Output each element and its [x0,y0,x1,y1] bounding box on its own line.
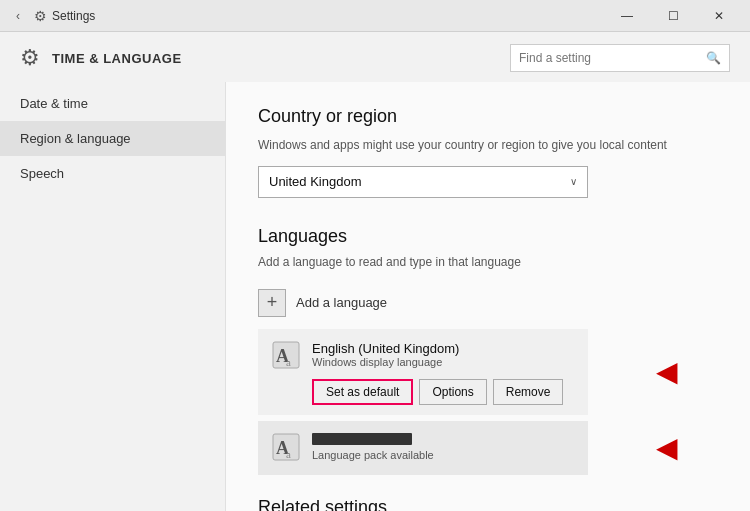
lang-item-top-english: A a English (United Kingdom) Windows dis… [270,339,576,371]
language-name-blurred [312,433,412,445]
search-icon: 🔍 [706,51,721,65]
red-arrow-icon-1: ◀ [656,358,678,386]
search-box[interactable]: 🔍 [510,44,730,72]
options-button[interactable]: Options [419,379,486,405]
sidebar-item-region-language[interactable]: Region & language [0,121,225,156]
language-info-second: Language pack available [312,433,576,461]
app-header: ⚙ TIME & LANGUAGE 🔍 [0,32,750,82]
svg-text:a: a [286,448,291,460]
country-dropdown[interactable]: United Kingdom ∨ [258,166,588,198]
add-language-label: Add a language [296,295,387,310]
settings-gear-icon: ⚙ [20,45,40,71]
window-title: Settings [52,9,604,23]
set-as-default-button[interactable]: Set as default [312,379,413,405]
lang-item-top-second: A a Language pack available [270,431,576,463]
language-sublabel-english: Windows display language [312,356,576,368]
window-controls: — ☐ ✕ [604,0,742,32]
header-left: ⚙ TIME & LANGUAGE [20,45,182,71]
country-section-title: Country or region [258,106,718,127]
sidebar-item-speech[interactable]: Speech [0,156,225,191]
arrow-annotation-2: ◀ [656,434,678,462]
close-button[interactable]: ✕ [696,0,742,32]
minimize-button[interactable]: — [604,0,650,32]
title-bar: ‹ ⚙ Settings — ☐ ✕ [0,0,750,32]
maximize-button[interactable]: ☐ [650,0,696,32]
red-arrow-icon-2: ◀ [656,434,678,462]
app-icon: ⚙ [34,8,47,24]
sidebar-item-date-time[interactable]: Date & time [0,86,225,121]
content-area: Country or region Windows and apps might… [225,82,750,511]
back-button[interactable]: ‹ [8,6,28,26]
add-language-plus-icon: + [258,289,286,317]
languages-description: Add a language to read and type in that … [258,255,718,269]
languages-section-title: Languages [258,226,718,247]
language-info-english: English (United Kingdom) Windows display… [312,341,576,368]
selected-country: United Kingdom [269,174,362,189]
language-buttons-english: Set as default Options Remove [312,379,576,405]
country-description: Windows and apps might use your country … [258,137,718,154]
dropdown-arrow-icon: ∨ [570,176,577,187]
language-items-wrapper: A a English (United Kingdom) Windows dis… [258,329,718,475]
language-icon-english: A a [270,339,302,371]
main-layout: Date & time Region & language Speech Cou… [0,82,750,511]
language-item-english: A a English (United Kingdom) Windows dis… [258,329,588,415]
language-name-english: English (United Kingdom) [312,341,576,356]
language-item-second: A a Language pack available ◀ [258,421,588,475]
add-language-row[interactable]: + Add a language [258,283,718,323]
language-sublabel-second: Language pack available [312,449,576,461]
svg-text:a: a [286,356,291,368]
arrow-annotation-1: ◀ [656,358,678,386]
search-input[interactable] [519,51,706,65]
related-settings-title: Related settings [258,497,718,511]
app-title: TIME & LANGUAGE [52,51,182,66]
sidebar: Date & time Region & language Speech [0,82,225,511]
remove-button[interactable]: Remove [493,379,564,405]
language-icon-second: A a [270,431,302,463]
